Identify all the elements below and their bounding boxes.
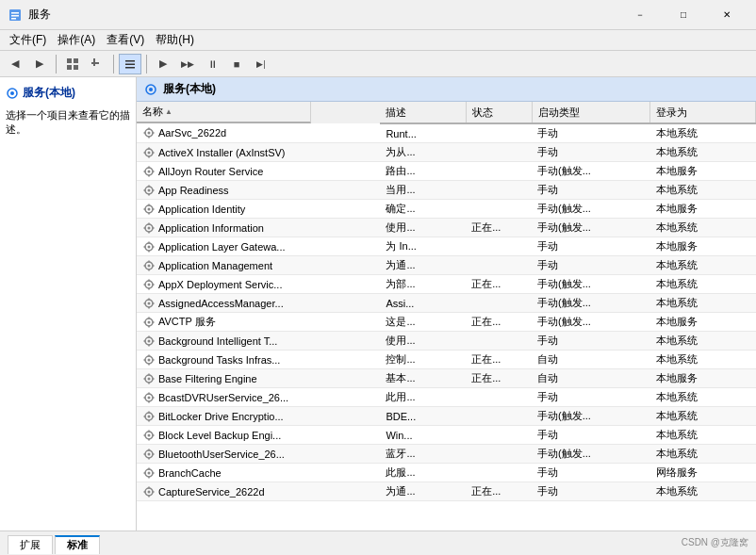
table-row[interactable]: Application Identity确定...手动(触发...本地服务 (137, 200, 756, 219)
svg-point-24 (148, 151, 151, 154)
left-panel-header: 服务(本地) (6, 85, 130, 101)
table-row[interactable]: ActiveX Installer (AxInstSV)为从...手动本地系统 (137, 143, 756, 162)
service-gear-icon (142, 448, 156, 461)
menu-view[interactable]: 查看(V) (101, 30, 150, 50)
svg-point-16 (149, 88, 153, 91)
svg-point-54 (148, 245, 151, 248)
window-controls[interactable]: － □ ✕ (618, 0, 748, 30)
right-panel: 服务(本地) 名称 ▲ 描述 状态 启动类型 登录为 AarSvc_2622 (137, 77, 756, 531)
svg-rect-46 (153, 208, 155, 210)
service-status: 正在... (466, 313, 532, 332)
service-startup: 自动 (532, 369, 650, 388)
maximize-button[interactable]: □ (662, 0, 705, 30)
service-login: 本地服务 (650, 237, 756, 256)
svg-rect-73 (148, 298, 150, 300)
svg-rect-62 (148, 269, 150, 270)
service-name: AarSvc_2622d (137, 123, 380, 143)
svg-point-108 (148, 415, 151, 417)
service-desc: 为通... (380, 482, 466, 501)
service-gear-icon (142, 203, 156, 216)
right-panel-header: 服务(本地) (137, 77, 756, 102)
menu-file[interactable]: 文件(F) (4, 30, 52, 50)
svg-rect-20 (148, 137, 150, 139)
minimize-button[interactable]: － (618, 0, 662, 30)
svg-rect-51 (144, 227, 146, 229)
toolbar-forward[interactable]: ▶ (28, 54, 51, 74)
toolbar-stop[interactable]: ■ (225, 54, 248, 74)
svg-point-96 (148, 377, 151, 380)
table-row[interactable]: App Readiness当用...手动本地系统 (137, 181, 756, 200)
col-name[interactable]: 名称 ▲ (137, 102, 311, 123)
watermark: CSDN @克隆窝 (682, 536, 748, 549)
service-login: 本地系统 (650, 351, 756, 369)
table-row[interactable]: BranchCache此服...手动网络服务 (137, 464, 756, 482)
col-status[interactable]: 状态 (466, 102, 532, 123)
svg-rect-85 (148, 335, 150, 337)
svg-rect-133 (148, 486, 150, 488)
col-login[interactable]: 登录为 (650, 102, 756, 123)
service-name: BranchCache (137, 464, 380, 482)
toolbar-sep-1 (56, 55, 57, 73)
service-startup: 手动 (532, 143, 650, 162)
toolbar-view1[interactable] (119, 54, 141, 74)
svg-rect-2 (11, 15, 19, 17)
svg-rect-123 (144, 453, 146, 455)
table-row[interactable]: Block Level Backup Engi...Win...手动本地系统 (137, 426, 756, 445)
svg-rect-94 (153, 359, 155, 361)
menu-action[interactable]: 操作(A) (52, 30, 101, 50)
svg-rect-12 (125, 67, 135, 69)
menu-help[interactable]: 帮助(H) (150, 30, 200, 50)
service-status (466, 123, 532, 143)
service-startup: 手动(触发... (532, 219, 650, 237)
table-row[interactable]: Base Filtering Engine基本...正在...自动本地服务 (137, 369, 756, 388)
service-gear-icon (142, 335, 156, 348)
table-row[interactable]: AllJoyn Router Service路由...手动(触发...本地服务 (137, 162, 756, 181)
toolbar-pause[interactable]: ⏸ (201, 54, 223, 74)
svg-rect-31 (148, 166, 150, 168)
toolbar-restart[interactable]: ▶| (250, 54, 272, 74)
table-row[interactable]: AVCTP 服务这是...正在...手动(触发...本地服务 (137, 313, 756, 332)
service-name: Application Management (137, 256, 380, 275)
toolbar-play2[interactable]: ▶▶ (176, 54, 199, 74)
svg-rect-45 (144, 208, 146, 210)
service-desc: 这是... (380, 313, 466, 332)
service-name: Application Information (137, 219, 380, 237)
toolbar-play[interactable]: ▶ (152, 54, 174, 74)
table-row[interactable]: AppX Deployment Servic...为部...正在...手动(触发… (137, 275, 756, 294)
svg-rect-80 (148, 325, 150, 327)
table-row[interactable]: AarSvc_2622dRunt...手动本地系统 (137, 123, 756, 143)
service-name: BluetoothUserService_26... (137, 445, 380, 464)
table-row[interactable]: Application Management为通...手动本地系统 (137, 256, 756, 275)
service-status (466, 426, 532, 445)
table-row[interactable]: Background Tasks Infras...控制...正在...自动本地… (137, 351, 756, 369)
table-row[interactable]: BluetoothUserService_26...蓝牙...手动(触发...本… (137, 445, 756, 464)
col-startup[interactable]: 启动类型 (532, 102, 650, 123)
service-login: 本地系统 (650, 219, 756, 237)
table-row[interactable]: Application Layer Gatewa...为 In...手动本地服务 (137, 237, 756, 256)
service-desc: 蓝牙... (380, 445, 466, 464)
toolbar-back[interactable]: ◀ (4, 54, 26, 74)
tab-expand[interactable]: 扩展 (8, 535, 53, 554)
service-login: 本地系统 (650, 275, 756, 294)
svg-point-48 (148, 226, 151, 229)
table-row[interactable]: Application Information使用...正在...手动(触发..… (137, 219, 756, 237)
svg-rect-87 (144, 340, 146, 342)
services-table-wrapper[interactable]: 名称 ▲ 描述 状态 启动类型 登录为 AarSvc_2622dRunt...手… (137, 102, 756, 531)
svg-rect-122 (148, 457, 150, 459)
toolbar-up[interactable] (61, 54, 84, 74)
table-row[interactable]: Background Intelligent T...使用...手动本地系统 (137, 332, 756, 351)
close-button[interactable]: ✕ (705, 0, 748, 30)
svg-rect-49 (148, 222, 150, 224)
table-row[interactable]: CaptureService_2622d为通...正在...手动本地系统 (137, 482, 756, 501)
col-desc[interactable]: 描述 (380, 102, 466, 123)
table-row[interactable]: BcastDVRUserService_26...此用...手动本地系统 (137, 388, 756, 407)
toolbar-refresh[interactable] (86, 54, 108, 74)
svg-rect-111 (144, 416, 146, 417)
svg-rect-68 (148, 287, 150, 289)
toolbar-sep-2 (113, 55, 114, 73)
service-desc: Win... (380, 426, 466, 445)
tab-standard[interactable]: 标准 (55, 535, 100, 554)
svg-rect-6 (67, 65, 72, 70)
table-row[interactable]: AssignedAccessManager...Assi...手动(触发...本… (137, 294, 756, 313)
table-row[interactable]: BitLocker Drive Encryptio...BDE...手动(触发.… (137, 407, 756, 426)
